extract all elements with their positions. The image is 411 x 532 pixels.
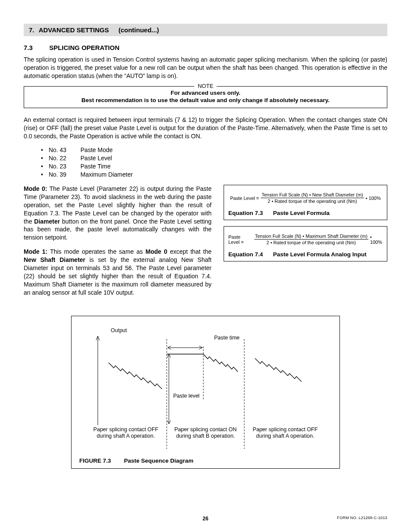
diagram-paste-level-label: Paste level: [173, 393, 199, 399]
note-label: NOTE: [194, 83, 217, 89]
mode0-paragraph: Mode 0: The Paste Level (Parameter 22) i…: [24, 185, 212, 242]
diagram-phase-b-label: Paper splicing contact ONduring shaft B …: [167, 426, 244, 439]
eq73-cap-title: Paste Level Formula: [273, 210, 330, 216]
contact-paragraph: An external contact is required between …: [24, 116, 387, 140]
bullet-icon: •: [41, 162, 47, 171]
note-line-1: For advanced users only.: [28, 89, 383, 97]
section-title: ADVANCED SETTINGS: [39, 26, 109, 34]
subsection-heading: 7.3 SPLICING OPERATION: [24, 44, 387, 51]
param-name: Maximum Diameter: [81, 171, 133, 178]
figure-cap-num: FIGURE 7.3: [79, 457, 122, 464]
mode1-label: Mode 1:: [24, 248, 47, 255]
param-name: Paste Time: [81, 163, 111, 170]
eq73-fraction: Tension Full Scale (N) • New Shaft Diame…: [261, 192, 364, 204]
eq73-numerator: Tension Full Scale (N) • New Shaft Diame…: [261, 192, 364, 198]
equation-7-4-box: Paste Level = Tension Full Scale (N) • M…: [224, 226, 387, 261]
intro-paragraph: The splicing operation is used in Tensio…: [24, 56, 387, 80]
note-line-2: Best recommendation is to use the defaul…: [28, 96, 383, 104]
subsection-title: SPLICING OPERATION: [49, 44, 119, 51]
eq74-fraction: Tension Full Scale (N) • Maximum Shaft D…: [254, 233, 368, 245]
list-item: • No. 43 Paste Mode: [41, 146, 387, 154]
section-header: 7. ADVANCED SETTINGS (continued...): [24, 24, 387, 36]
right-column: Paste Level = Tension Full Scale (N) • N…: [224, 185, 387, 303]
param-no: No. 43: [49, 146, 79, 154]
diagram-paste-time-label: Paste time: [214, 335, 240, 341]
paste-sequence-diagram: Output Paste time Paste level Paper spli…: [85, 324, 326, 453]
diagram-phase-a-label: Paper splicing contact OFFduring shaft A…: [85, 426, 167, 439]
eq74-numerator: Tension Full Scale (N) • Maximum Shaft D…: [254, 233, 368, 240]
eq73-lhs: Paste Level =: [230, 196, 259, 201]
eq74-suffix: • 100%: [370, 234, 383, 245]
param-name: Paste Mode: [81, 146, 113, 153]
list-item: • No. 39 Maximum Diameter: [41, 171, 387, 179]
mode0-label: Mode 0:: [24, 185, 47, 192]
bullet-icon: •: [41, 171, 47, 179]
mode1-paragraph: Mode 1: This mode operates the same as M…: [24, 248, 212, 296]
mode1-mode0: Mode 0: [146, 248, 168, 255]
mode1-text-b: except that the: [167, 248, 212, 255]
bullet-icon: •: [41, 154, 47, 162]
param-no: No. 23: [49, 162, 79, 171]
eq73-denominator: 2 • Rated torque of the operating unit (…: [268, 198, 357, 204]
diagram-output-label: Output: [111, 327, 127, 334]
eq74-denominator: 2 • Rated torque of the operating unit (…: [267, 240, 356, 245]
section-continued: (continued...): [118, 26, 159, 34]
equation-7-3-caption: Equation 7.3 Paste Level Formula: [228, 210, 383, 216]
subsection-number: 7.3: [24, 44, 47, 51]
param-name: Paste Level: [81, 155, 112, 162]
bullet-icon: •: [41, 146, 47, 154]
page-number: 26: [202, 516, 208, 522]
eq74-cap-num: Equation 7.4: [228, 251, 271, 258]
equation-7-4-formula: Paste Level = Tension Full Scale (N) • M…: [228, 231, 383, 249]
left-column: Mode 0: The Paste Level (Parameter 22) i…: [24, 185, 212, 303]
figure-7-3-box: Output Paste time Paste level Paper spli…: [71, 316, 340, 469]
list-item: • No. 22 Paste Level: [41, 154, 387, 162]
diagram-phase-c-label: Paper splicing contact OFFduring shaft A…: [244, 426, 326, 439]
equation-7-3-box: Paste Level = Tension Full Scale (N) • N…: [224, 185, 387, 220]
figure-cap-title: Paste Sequence Diagram: [124, 457, 193, 464]
two-column-region: Mode 0: The Paste Level (Parameter 22) i…: [24, 185, 387, 303]
param-no: No. 22: [49, 154, 79, 162]
note-box: NOTE For advanced users only. Best recom…: [24, 86, 387, 108]
param-no: No. 39: [49, 171, 79, 179]
form-number: FORM NO. L21268-C-1013: [337, 516, 387, 520]
mode1-new-shaft: New Shaft Diameter: [24, 256, 85, 263]
equation-7-3-formula: Paste Level = Tension Full Scale (N) • N…: [228, 190, 383, 208]
mode0-diameter: Diameter: [34, 218, 60, 225]
section-number: 7.: [29, 26, 34, 34]
equation-7-4-caption: Equation 7.4 Paste Level Formula Analog …: [228, 251, 383, 258]
parameter-list: • No. 43 Paste Mode • No. 22 Paste Level…: [41, 146, 387, 179]
page-footer: 26 FORM NO. L21268-C-1013: [24, 516, 387, 520]
mode1-text-a: This mode operates the same as: [47, 248, 146, 255]
eq73-cap-num: Equation 7.3: [228, 210, 271, 216]
figure-7-3-caption: FIGURE 7.3 Paste Sequence Diagram: [79, 457, 332, 464]
eq73-suffix: • 100%: [366, 196, 381, 201]
eq74-cap-title: Paste Level Formula Analog Input: [273, 251, 367, 258]
eq74-lhs: Paste Level =: [228, 234, 252, 245]
list-item: • No. 23 Paste Time: [41, 162, 387, 171]
